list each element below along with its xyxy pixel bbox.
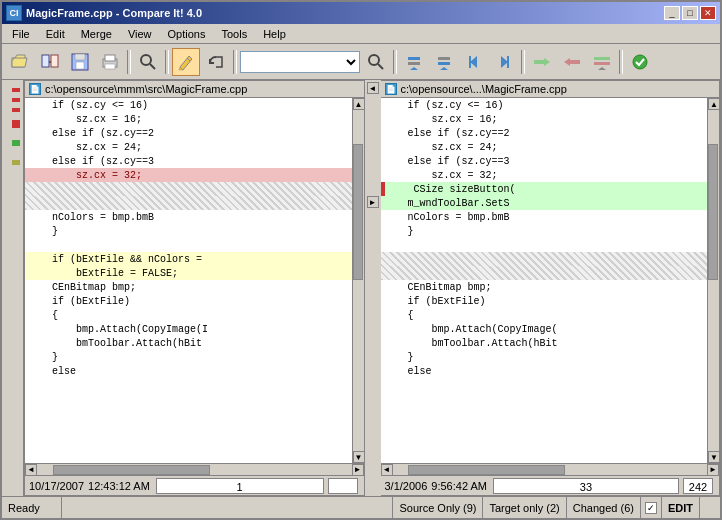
menu-edit[interactable]: Edit bbox=[38, 26, 73, 42]
right-time: 9:56:42 AM bbox=[431, 480, 487, 492]
right-scroll-up[interactable]: ▲ bbox=[708, 98, 719, 110]
right-file-icon: 📄 bbox=[385, 83, 397, 95]
prev-file-button[interactable] bbox=[460, 48, 488, 76]
left-scroll-up[interactable]: ▲ bbox=[353, 98, 364, 110]
minimap-mark-5 bbox=[12, 140, 20, 146]
right-line-9: nColors = bmp.bmB bbox=[381, 210, 708, 224]
merge-right-button[interactable] bbox=[528, 48, 556, 76]
right-code-content[interactable]: if (sz.cy <= 16) sz.cx = 16; else if (sz… bbox=[381, 98, 708, 463]
svg-rect-24 bbox=[507, 56, 509, 68]
right-h-scrollbar[interactable]: ◄ ► bbox=[381, 463, 720, 475]
menu-help[interactable]: Help bbox=[255, 26, 294, 42]
undo-button[interactable] bbox=[202, 48, 230, 76]
left-scrollbar-v[interactable]: ▲ ▼ bbox=[352, 98, 364, 463]
menu-tools[interactable]: Tools bbox=[213, 26, 255, 42]
svg-rect-27 bbox=[570, 60, 580, 64]
print-button[interactable] bbox=[96, 48, 124, 76]
menu-view[interactable]: View bbox=[120, 26, 160, 42]
right-line-3: else if (sz.cy==2 bbox=[381, 126, 708, 140]
right-hscroll-left[interactable]: ◄ bbox=[381, 464, 393, 476]
left-line-13: bExtFile = FALSE; bbox=[25, 266, 352, 280]
left-hscroll-right[interactable]: ► bbox=[352, 464, 364, 476]
right-scroll-down[interactable]: ▼ bbox=[708, 451, 719, 463]
edit-button[interactable] bbox=[172, 48, 200, 76]
right-line-1: if (sz.cy <= 16) bbox=[381, 98, 708, 112]
left-scroll-down[interactable]: ▼ bbox=[353, 451, 364, 463]
center-nav-down[interactable]: ► bbox=[367, 196, 379, 208]
right-line-11 bbox=[381, 238, 708, 252]
main-area: 📄 c:\opensource\mmm\src\MagicFrame.cpp i… bbox=[2, 80, 720, 496]
close-button[interactable]: ✕ bbox=[700, 6, 716, 20]
status-ready: Ready bbox=[2, 497, 62, 518]
target-only-label: Target only (2) bbox=[489, 502, 559, 514]
open-button[interactable] bbox=[6, 48, 34, 76]
menu-merge[interactable]: Merge bbox=[73, 26, 120, 42]
left-line-11 bbox=[25, 238, 352, 252]
status-changed[interactable]: Changed (6) bbox=[567, 497, 641, 518]
left-pane-status: 10/17/2007 12:43:12 AM 1 bbox=[25, 475, 364, 495]
diff-dropdown[interactable] bbox=[240, 51, 360, 73]
left-scroll-thumb[interactable] bbox=[353, 144, 363, 280]
svg-rect-16 bbox=[408, 62, 420, 65]
save-button[interactable] bbox=[66, 48, 94, 76]
right-code-area[interactable]: if (sz.cy <= 16) sz.cx = 16; else if (sz… bbox=[381, 98, 720, 463]
left-code-area[interactable]: if (sz.cy <= 16) sz.cx = 16; else if (sz… bbox=[25, 98, 364, 463]
dropdown-find-button[interactable] bbox=[362, 48, 390, 76]
svg-rect-18 bbox=[438, 57, 450, 60]
right-line-2: sz.cx = 16; bbox=[381, 112, 708, 126]
left-hscroll-left[interactable]: ◄ bbox=[25, 464, 37, 476]
left-h-scrollbar[interactable]: ◄ ► bbox=[25, 463, 364, 475]
prev-diff-button[interactable] bbox=[400, 48, 428, 76]
svg-marker-26 bbox=[544, 58, 550, 66]
merge-all-button[interactable] bbox=[588, 48, 616, 76]
left-line-3: else if (sz.cy==2 bbox=[25, 126, 352, 140]
next-file-button[interactable] bbox=[490, 48, 518, 76]
sep3 bbox=[232, 48, 238, 76]
status-checkbox[interactable]: ✓ bbox=[645, 502, 657, 514]
svg-rect-8 bbox=[105, 55, 115, 61]
right-line-10: } bbox=[381, 224, 708, 238]
left-line-14: CEnBitmap bmp; bbox=[25, 280, 352, 294]
left-hscroll-track bbox=[37, 465, 352, 475]
status-source-only[interactable]: Source Only (9) bbox=[392, 497, 483, 518]
svg-point-32 bbox=[633, 55, 647, 69]
svg-rect-2 bbox=[51, 55, 58, 67]
menu-file[interactable]: File bbox=[4, 26, 38, 42]
left-line-hatch-1 bbox=[25, 182, 352, 196]
sep1 bbox=[126, 48, 132, 76]
right-pos1: 33 bbox=[493, 478, 679, 494]
left-line-6: sz.cx = 32; bbox=[25, 168, 352, 182]
minimize-button[interactable]: _ bbox=[664, 6, 680, 20]
right-hscroll-right[interactable]: ► bbox=[707, 464, 719, 476]
right-scrollbar-v[interactable]: ▲ ▼ bbox=[707, 98, 719, 463]
ready-label: Ready bbox=[8, 502, 40, 514]
status-target-only[interactable]: Target only (2) bbox=[483, 497, 566, 518]
left-pos1: 1 bbox=[156, 478, 324, 494]
right-line-16: { bbox=[381, 308, 708, 322]
merge-left-button[interactable] bbox=[558, 48, 586, 76]
compare-button[interactable] bbox=[36, 48, 64, 76]
svg-rect-30 bbox=[594, 62, 610, 65]
status-bar: Ready Source Only (9) Target only (2) Ch… bbox=[2, 496, 720, 518]
right-scroll-thumb[interactable] bbox=[708, 144, 718, 280]
center-nav-up[interactable]: ◄ bbox=[367, 82, 379, 94]
maximize-button[interactable]: □ bbox=[682, 6, 698, 20]
find-button[interactable] bbox=[134, 48, 162, 76]
accept-button[interactable] bbox=[626, 48, 654, 76]
left-hscroll-thumb[interactable] bbox=[53, 465, 210, 475]
menu-options[interactable]: Options bbox=[160, 26, 214, 42]
svg-marker-20 bbox=[440, 67, 448, 70]
next-diff-button[interactable] bbox=[430, 48, 458, 76]
svg-line-11 bbox=[150, 64, 155, 69]
right-line-6: sz.cx = 32; bbox=[381, 168, 708, 182]
left-code-content[interactable]: if (sz.cy <= 16) sz.cx = 16; else if (sz… bbox=[25, 98, 352, 463]
toolbar bbox=[2, 44, 720, 80]
right-line-8: m_wndToolBar.SetS bbox=[381, 196, 708, 210]
right-line-18: bmToolbar.Attach(hBit bbox=[381, 336, 708, 350]
window-controls: _ □ ✕ bbox=[664, 6, 716, 20]
left-line-15: if (bExtFile) bbox=[25, 294, 352, 308]
edit-label: EDIT bbox=[668, 502, 693, 514]
right-hscroll-thumb[interactable] bbox=[408, 465, 565, 475]
svg-rect-9 bbox=[105, 64, 115, 69]
minimap-mark-2 bbox=[12, 98, 20, 102]
